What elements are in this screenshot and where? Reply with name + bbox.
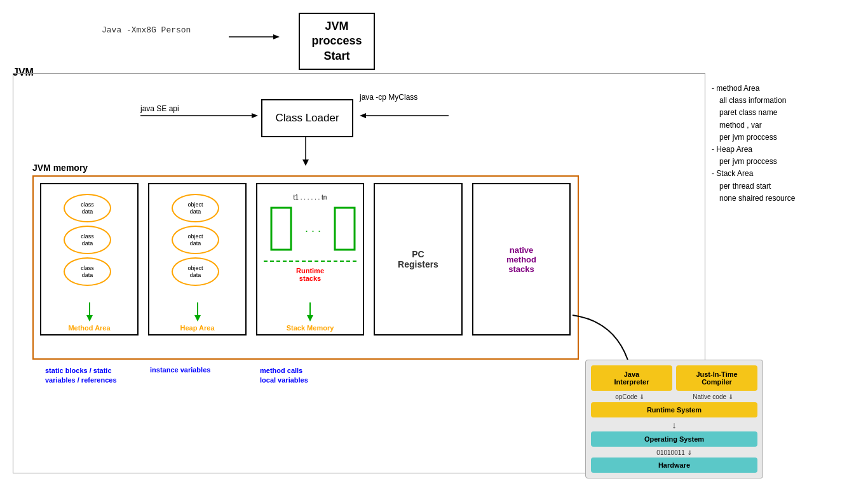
pc-registers-section: PC Registers [374,183,463,336]
class-data-oval-3: classdata [64,257,111,286]
hardware-row: Hardware [591,458,757,473]
method-area-arrow [83,302,96,322]
note-paret-class: paret class name [712,107,858,119]
jvm-main-box: java SE api Class Loader java -cp MyClas… [13,73,705,473]
heap-area-arrow [191,302,204,322]
arrow-java-se [140,111,258,121]
class-data-oval-1: classdata [64,194,111,222]
class-loader-box: Class Loader [261,99,353,137]
object-data-oval-3: objectdata [172,257,219,286]
stack-frame-1 [270,207,292,251]
class-loader-label: Class Loader [275,112,339,125]
opcode-label: opCode ⇓ [615,393,644,400]
runtime-stacks-label: Runtime stacks [257,267,363,282]
svg-rect-12 [271,208,291,250]
java-cp-label: java -cp MyClass [360,93,417,102]
object-data-oval-2: objectdata [172,226,219,254]
heap-area-section: objectdata objectdata objectdata Heap Ar… [148,183,247,336]
note-per-jvm-2: per jvm proccess [712,156,858,168]
arrow-java-cp [360,111,449,121]
instance-variables-label: instance variables [150,366,233,374]
object-data-oval-1: objectdata [172,194,219,222]
stack-dashed-line [264,261,356,262]
runtime-system-box: Runtime System [591,402,757,417]
right-notes: - method Area all class information pare… [712,83,858,205]
stack-memory-arrow [304,302,316,322]
exec-top-row: Java Interpreter Just-In-Time Compiler [591,365,757,391]
note-per-jvm-1: per jvm proccess [712,132,858,144]
binary-row: 01010011 ⇓ [591,449,757,456]
opcode-native-row: opCode ⇓ Native code ⇓ [591,393,757,400]
os-row: Operating System [591,431,757,447]
native-code-label: Native code ⇓ [693,393,733,400]
note-stack-area-header: - Stack Area [712,168,858,180]
jvm-start-box: JVM proccess Start [299,13,375,70]
method-calls-label: method calls local variables [260,366,349,386]
stack-memory-label: Stack Memory [287,324,334,332]
note-all-class-info: all class information [712,95,858,107]
native-method-section: native method stacks [472,183,571,336]
svg-marker-7 [302,159,309,166]
svg-marker-9 [86,315,93,322]
jvm-memory-label: JVM memory [32,163,88,173]
svg-marker-1 [273,34,280,39]
stack-memory-section: t1 . . . . . . tn . . . Runtime stacks [256,183,364,336]
note-method-area-header: - method Area [712,83,858,95]
svg-marker-3 [252,113,258,118]
arrow-classloader-down [299,137,312,166]
stack-frame-2 [334,207,356,251]
java-interpreter-box: Java Interpreter [591,365,672,391]
runtime-system-row: Runtime System [591,402,757,417]
method-area-label: Method Area [68,324,110,332]
heap-area-label: Heap Area [180,324,214,332]
note-per-thread: per thread start [712,180,858,193]
note-method-var: method , var [712,119,858,132]
svg-marker-15 [307,315,313,322]
os-box: Operating System [591,431,757,447]
note-none-shared: none shaired resource [712,193,858,205]
hardware-box: Hardware [591,458,757,473]
stack-dots: . . . [305,222,321,235]
svg-marker-5 [360,113,366,118]
t-label: t1 . . . . . . tn [262,194,358,201]
svg-rect-13 [335,208,355,250]
pc-registers-content: PC Registers [398,249,438,269]
jvm-command: Java -Xmx8G Person [102,25,191,35]
svg-marker-11 [194,315,201,322]
memory-diagram: classdata classdata classdata Method Are… [32,175,579,360]
class-data-oval-2: classdata [64,226,111,254]
exec-engine: Java Interpreter Just-In-Time Compiler o… [585,360,763,478]
jit-compiler-box: Just-In-Time Compiler [676,365,757,391]
top-area: Java -Xmx8G Person JVM proccess Start JV… [0,6,868,76]
arrow-runtime-to-os: ↓ [591,420,757,430]
arrow-command-to-start [229,32,280,42]
native-method-content: native method stacks [506,245,536,274]
method-area-section: classdata classdata classdata Method Are… [40,183,139,336]
note-heap-area-header: - Heap Area [712,144,858,156]
static-blocks-label: static blocks / static variables / refer… [45,366,128,386]
